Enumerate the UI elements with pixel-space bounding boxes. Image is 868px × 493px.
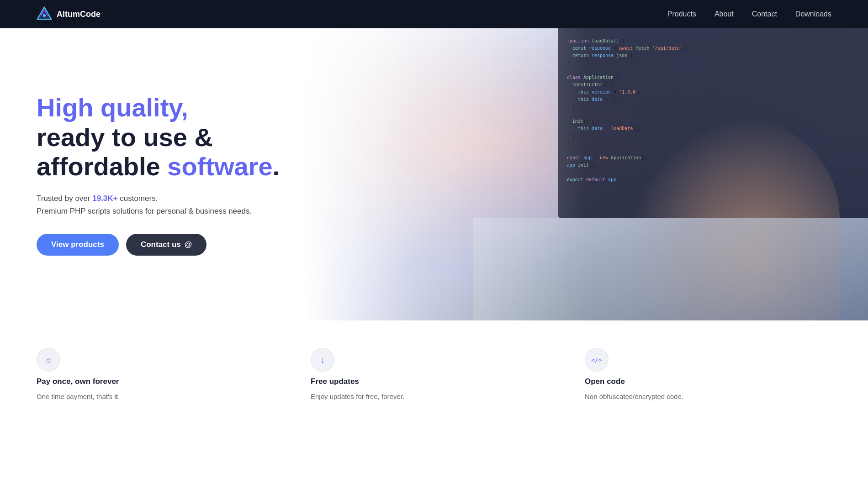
feature-icon-code: </> <box>585 348 609 372</box>
logo-link[interactable]: AltumCode <box>37 6 101 22</box>
contact-us-label: Contact us <box>141 240 181 249</box>
hero-title-dot: . <box>273 152 280 181</box>
sun-icon: ☼ <box>44 355 53 365</box>
navbar: AltumCode Products About Contact Downloa… <box>0 0 868 28</box>
feature-icon-update: ↓ <box>311 348 334 372</box>
hero-content: High quality, ready to use & affordable … <box>0 57 316 292</box>
code-display: function loadData() { const response = a… <box>558 28 868 193</box>
nav-links: Products About Contact Downloads <box>667 10 831 18</box>
hero-section: function loadData() { const response = a… <box>0 28 868 320</box>
feature-title-0: Pay once, own forever <box>37 377 283 386</box>
hero-title: High quality, ready to use & affordable … <box>37 93 280 181</box>
nav-about[interactable]: About <box>715 10 734 18</box>
hero-title-line2: ready to use & <box>37 123 213 152</box>
nav-downloads[interactable]: Downloads <box>795 10 831 18</box>
view-products-button[interactable]: View products <box>37 234 119 256</box>
subtitle-plain1: Trusted by over <box>37 194 92 203</box>
hero-title-line3-plain: affordable <box>37 152 167 181</box>
code-screen: function loadData() { const response = a… <box>558 28 868 218</box>
feature-updates: ↓ Free updates Enjoy updates for free, f… <box>311 348 557 402</box>
contact-us-button[interactable]: Contact us @ <box>126 234 206 256</box>
subtitle-count: 19.3K+ <box>92 194 117 203</box>
feature-desc-0: One time payment, that's it. <box>37 392 283 402</box>
at-icon: @ <box>185 240 192 249</box>
feature-desc-1: Enjoy updates for free, forever. <box>311 392 557 402</box>
feature-pay-once: ☼ Pay once, own forever One time payment… <box>37 348 283 402</box>
subtitle-line2: Premium PHP scripts solutions for person… <box>37 207 252 215</box>
feature-desc-2: Non obfuscated/encrypted code. <box>585 392 831 402</box>
svg-point-2 <box>43 14 46 17</box>
logo-text: AltumCode <box>57 10 101 19</box>
subtitle-plain2: customers. <box>118 194 158 203</box>
feature-title-1: Free updates <box>311 377 557 386</box>
hero-subtitle: Trusted by over 19.3K+ customers. Premiu… <box>37 192 280 217</box>
feature-icon-pay: ☼ <box>37 348 60 372</box>
download-icon: ↓ <box>320 355 325 365</box>
keyboard-visual <box>473 218 868 320</box>
hero-title-highlight: software <box>167 152 272 181</box>
hero-title-line1: High quality, <box>37 93 188 122</box>
nav-contact[interactable]: Contact <box>752 10 777 18</box>
nav-products[interactable]: Products <box>667 10 696 18</box>
hero-background: function loadData() { const response = a… <box>304 28 868 320</box>
hero-buttons: View products Contact us @ <box>37 234 280 256</box>
code-icon: </> <box>591 357 602 363</box>
feature-open-code: </> Open code Non obfuscated/encrypted c… <box>585 348 831 402</box>
logo-icon <box>37 6 52 22</box>
features-section: ☼ Pay once, own forever One time payment… <box>0 320 868 439</box>
coffee-visual <box>625 116 840 320</box>
feature-title-2: Open code <box>585 377 831 386</box>
